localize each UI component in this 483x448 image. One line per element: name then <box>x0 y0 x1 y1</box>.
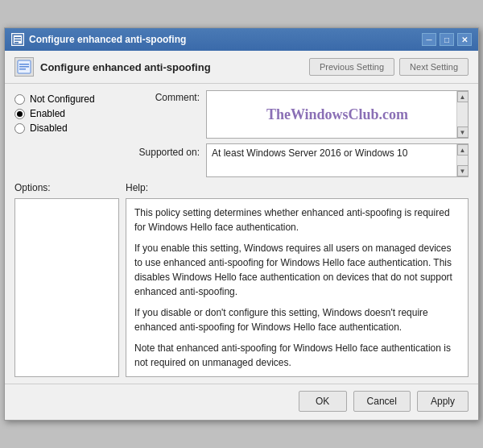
scroll-down-arrow[interactable]: ▼ <box>457 127 469 138</box>
header-buttons: Previous Setting Next Setting <box>309 58 469 76</box>
title-bar: Configure enhanced anti-spoofing ─ □ ✕ <box>5 28 478 51</box>
radio-circle-not-configured <box>14 94 25 105</box>
radio-circle-disabled <box>14 123 25 134</box>
radio-label-not-configured: Not Configured <box>30 93 95 105</box>
radio-disabled[interactable]: Disabled <box>14 122 111 134</box>
svg-rect-5 <box>19 64 29 65</box>
minimize-button[interactable]: ─ <box>422 33 436 46</box>
title-bar-left: Configure enhanced anti-spoofing <box>11 33 186 46</box>
apply-button[interactable]: Apply <box>417 391 469 412</box>
svg-rect-6 <box>19 66 29 68</box>
supported-value: At least Windows Server 2016 or Windows … <box>212 147 407 159</box>
options-label: Options: <box>14 182 119 193</box>
dialog-header: Configure enhanced anti-spoofing Previou… <box>5 51 478 84</box>
watermark: TheWindowsClub.com <box>266 106 408 123</box>
radio-label-disabled: Disabled <box>30 122 68 134</box>
help-label: Help: <box>126 182 469 193</box>
svg-rect-7 <box>19 68 26 70</box>
cancel-button[interactable]: Cancel <box>353 391 411 412</box>
radio-not-configured[interactable]: Not Configured <box>14 93 111 105</box>
scroll-track[interactable] <box>457 102 468 127</box>
supported-box: At least Windows Server 2016 or Windows … <box>206 143 469 177</box>
title-bar-controls: ─ □ ✕ <box>422 33 472 46</box>
svg-rect-2 <box>14 39 21 41</box>
main-section: Options: Help: This policy setting deter… <box>14 182 469 377</box>
help-para-4: Note that enhanced anti-spoofing for Win… <box>134 341 460 370</box>
help-box[interactable]: This policy setting determines whether e… <box>126 198 469 377</box>
radio-label-enabled: Enabled <box>30 108 65 119</box>
supported-row: Supported on: At least Windows Server 20… <box>119 143 469 177</box>
supported-scroll-down[interactable]: ▼ <box>457 165 469 176</box>
main-dialog: Configure enhanced anti-spoofing ─ □ ✕ C… <box>4 27 479 421</box>
help-para-3: If you disable or don't configure this s… <box>134 305 460 334</box>
dialog-footer: OK Cancel Apply <box>5 384 478 420</box>
next-setting-button[interactable]: Next Setting <box>399 58 469 76</box>
supported-scroll-up[interactable]: ▲ <box>457 144 469 156</box>
help-para-1: This policy setting determines whether e… <box>134 205 460 234</box>
maximize-button[interactable]: □ <box>440 33 454 46</box>
svg-rect-1 <box>14 37 21 39</box>
radio-enabled[interactable]: Enabled <box>14 108 111 119</box>
close-button[interactable]: ✕ <box>457 33 472 46</box>
comment-scrollbar[interactable]: ▲ ▼ <box>456 91 468 138</box>
radio-circle-enabled <box>14 109 25 119</box>
comment-row: Comment: TheWindowsClub.com ▲ ▼ <box>119 90 469 139</box>
comment-label: Comment: <box>119 90 200 103</box>
dialog-icon <box>11 33 24 46</box>
radio-group: Not Configured Enabled Disabled <box>14 90 111 137</box>
header-icon <box>14 57 34 77</box>
help-pane: Help: This policy setting determines whe… <box>126 182 469 377</box>
scroll-up-arrow[interactable]: ▲ <box>457 91 469 102</box>
header-title: Configure enhanced anti-spoofing <box>40 61 303 73</box>
title-text: Configure enhanced anti-spoofing <box>29 34 186 45</box>
upper-right: Comment: TheWindowsClub.com ▲ ▼ Supporte… <box>119 90 469 177</box>
dialog-body: Not Configured Enabled Disabled Comment: <box>5 84 478 384</box>
comment-box[interactable]: TheWindowsClub.com ▲ ▼ <box>206 90 469 139</box>
options-box[interactable] <box>14 198 119 377</box>
supported-scroll-track[interactable] <box>457 156 468 165</box>
supported-scrollbar[interactable]: ▲ ▼ <box>456 144 468 176</box>
prev-setting-button[interactable]: Previous Setting <box>309 58 394 76</box>
options-pane: Options: <box>14 182 119 377</box>
help-para-2: If you enable this setting, Windows requ… <box>134 241 460 299</box>
ok-button[interactable]: OK <box>299 391 347 412</box>
svg-rect-3 <box>14 42 19 44</box>
supported-label: Supported on: <box>119 143 200 158</box>
upper-left: Not Configured Enabled Disabled <box>14 90 113 137</box>
upper-section: Not Configured Enabled Disabled Comment: <box>14 90 469 177</box>
